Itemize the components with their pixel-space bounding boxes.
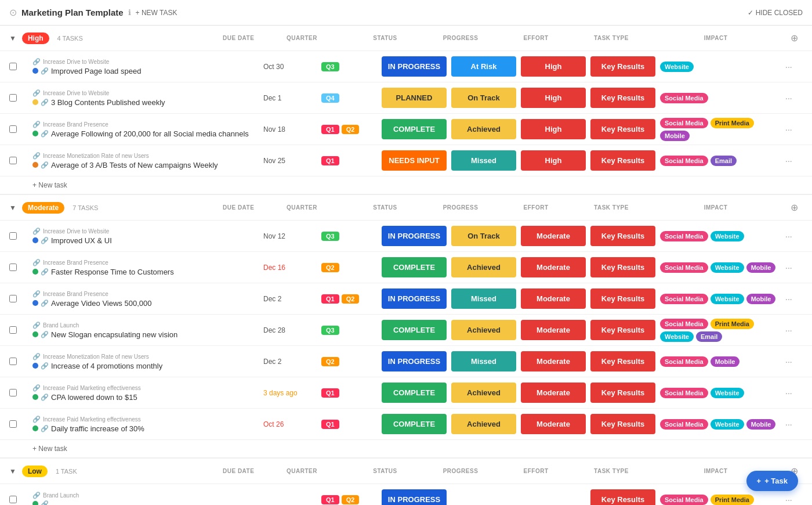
quarter-tag[interactable]: Q2	[342, 294, 360, 304]
quarter-tag[interactable]: Q1	[321, 156, 339, 165]
quarter-tag[interactable]: Q1	[321, 495, 339, 504]
add-task-row-moderate[interactable]: + New task	[0, 440, 812, 457]
quarter-tag[interactable]: Q3	[321, 326, 339, 335]
task-name[interactable]: 🔗 Average of 3 A/B Tests of New campaign…	[32, 161, 263, 169]
progress-badge: Achieved	[451, 257, 516, 277]
impact-cell: Social MediaWebsiteMobile	[658, 290, 785, 308]
task-checkbox[interactable]	[9, 63, 17, 70]
new-task-button[interactable]: + NEW TASK	[136, 9, 177, 17]
task-name[interactable]: 🔗 New Slogan encapsulating new vision	[32, 330, 263, 339]
task-checkbox[interactable]	[9, 264, 17, 271]
effort-cell: Moderate	[519, 414, 588, 434]
task-name-icon: 🔗	[41, 268, 49, 276]
task-checkbox[interactable]	[9, 157, 17, 164]
group-toggle-moderate[interactable]: ▼	[9, 204, 16, 212]
quarter-tag[interactable]: Q2	[321, 357, 339, 366]
task-info: 🔗 Increase Drive to Website 🔗 Improved U…	[32, 223, 263, 250]
task-name[interactable]: 🔗	[32, 500, 263, 506]
task-name[interactable]: 🔗 Average Following of 200,000 for all S…	[32, 129, 263, 138]
quarter-tag[interactable]: Q3	[321, 62, 339, 71]
info-icon[interactable]: ℹ	[128, 8, 131, 17]
task-name[interactable]: 🔗 Improved Page load speed	[32, 67, 263, 75]
effort-badge: High	[521, 88, 586, 108]
quarter-tag[interactable]: Q3	[321, 232, 339, 241]
more-button[interactable]: ···	[785, 156, 792, 165]
table-row: 🔗 Increase Drive to Website 🔗 Improved U…	[0, 221, 812, 252]
task-name[interactable]: 🔗 3 Blog Contents Published weekly	[32, 98, 263, 107]
table-row: 🔗 Increase Drive to Website 🔗 3 Blog Con…	[0, 82, 812, 114]
progress-cell: Achieved	[449, 414, 519, 434]
task-name[interactable]: 🔗 Increase of 4 promotions monthly	[32, 362, 263, 370]
task-info: 🔗 Increase Monetization Rate of new User…	[32, 348, 263, 375]
task-info: 🔗 Increase Drive to Website 🔗 3 Blog Con…	[32, 85, 263, 111]
col-header-add[interactable]: ⊕	[785, 33, 803, 44]
subtask-icon: 🔗	[32, 152, 41, 160]
add-task-fab[interactable]: + + Task	[746, 471, 798, 491]
task-name[interactable]: 🔗 CPA lowered down to $15	[32, 393, 263, 402]
quarter-tag[interactable]: Q1	[321, 420, 339, 429]
quarter-cell: Q3	[321, 232, 379, 241]
task-dot	[32, 425, 38, 431]
task-parent: 🔗 Brand Launch	[32, 322, 263, 329]
impact-tag: Social Media	[660, 356, 708, 367]
quarter-tag[interactable]: Q1	[321, 294, 339, 304]
quarter-tag[interactable]: Q1	[321, 125, 339, 134]
hide-closed-button[interactable]: ✓ HIDE CLOSED	[748, 9, 803, 17]
status-badge: COMPLETE	[382, 119, 447, 139]
task-checkbox[interactable]	[9, 389, 17, 396]
progress-badge: On Track	[451, 88, 516, 108]
col-header-add[interactable]: ⊕	[785, 202, 803, 213]
impact-tag: Website	[710, 262, 744, 273]
task-name[interactable]: 🔗 Improved UX & UI	[32, 236, 263, 245]
col-header-due: DUE DATE	[223, 468, 281, 474]
progress-cell: On Track	[449, 226, 519, 246]
status-cell: COMPLETE	[379, 119, 449, 139]
task-dot	[32, 363, 38, 369]
status-badge: IN PROGRESS	[382, 351, 447, 371]
add-task-row-high[interactable]: + New task	[0, 176, 812, 194]
more-button[interactable]: ···	[785, 263, 792, 272]
impact-tag: Social Media	[660, 262, 708, 273]
fab-label: + Task	[764, 477, 788, 485]
col-header-tasktype: TASK TYPE	[577, 35, 646, 41]
task-checkbox[interactable]	[9, 326, 17, 334]
more-button[interactable]: ···	[785, 294, 792, 304]
status-cell: NEEDS INPUT	[379, 150, 449, 171]
group-toggle-high[interactable]: ▼	[9, 34, 16, 42]
more-button[interactable]: ···	[785, 93, 792, 103]
effort-cell: Moderate	[519, 288, 588, 309]
quarter-tag[interactable]: Q4	[321, 93, 339, 103]
task-type-badge: Key Results	[590, 489, 655, 505]
quarter-tag[interactable]: Q2	[342, 125, 360, 134]
task-checkbox[interactable]	[9, 358, 17, 365]
group-section-low: ▼ Low 1 TASK DUE DATE QUARTER STATUS PRO…	[0, 459, 812, 505]
impact-tag: Website	[660, 331, 694, 342]
impact-cell: Website	[658, 58, 785, 75]
quarter-tag[interactable]: Q2	[342, 495, 360, 504]
more-button[interactable]: ···	[785, 125, 792, 134]
more-button[interactable]: ···	[785, 357, 792, 366]
impact-tag: Social Media	[660, 495, 708, 505]
more-button[interactable]: ···	[785, 388, 792, 398]
more-button[interactable]: ···	[785, 326, 792, 335]
task-checkbox[interactable]	[9, 94, 17, 102]
impact-tag: Email	[710, 156, 737, 166]
task-name[interactable]: 🔗 Average Video Views 500,000	[32, 299, 263, 308]
subtask-icon: 🔗	[32, 290, 41, 298]
task-name[interactable]: 🔗 Faster Response Time to Customers	[32, 268, 263, 276]
task-checkbox[interactable]	[9, 125, 17, 133]
col-header-effort: EFFORT	[501, 35, 571, 41]
quarter-tag[interactable]: Q2	[321, 263, 339, 272]
more-button[interactable]: ···	[785, 420, 792, 429]
task-checkbox[interactable]	[9, 232, 17, 240]
more-button[interactable]: ···	[785, 495, 792, 504]
task-checkbox[interactable]	[9, 496, 17, 503]
group-toggle-low[interactable]: ▼	[9, 467, 16, 475]
more-button[interactable]: ···	[785, 62, 792, 71]
task-checkbox[interactable]	[9, 295, 17, 302]
more-button[interactable]: ···	[785, 232, 792, 241]
task-name[interactable]: 🔗 Daily traffic increase of 30%	[32, 424, 263, 433]
task-checkbox[interactable]	[9, 420, 17, 428]
effort-cell: Moderate	[519, 320, 588, 340]
quarter-tag[interactable]: Q1	[321, 388, 339, 398]
